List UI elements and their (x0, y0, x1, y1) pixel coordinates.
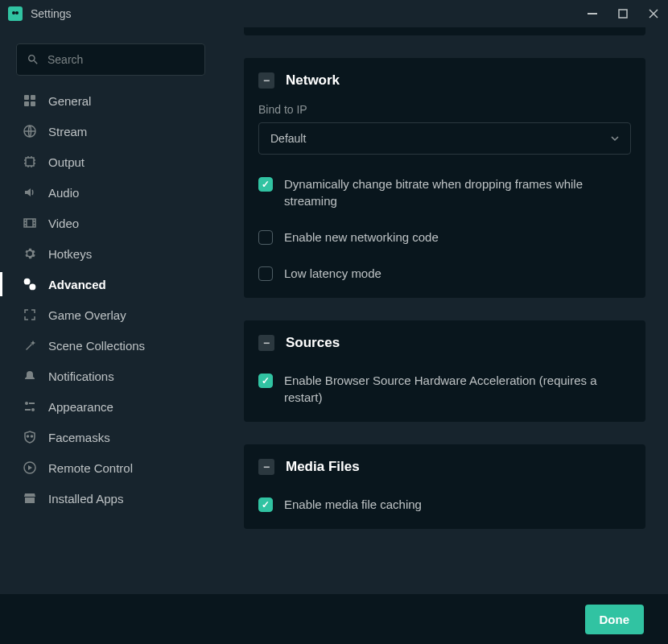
svg-rect-2 (588, 13, 597, 14)
sidebar-item-label: Notifications (48, 369, 114, 383)
low-latency-label: Low latency mode (284, 265, 381, 282)
sidebar-item-audio[interactable]: Audio (0, 177, 221, 208)
sidebar-item-label: Game Overlay (48, 308, 126, 322)
svg-point-0 (12, 11, 15, 14)
new-networking-label: Enable new networking code (284, 229, 439, 246)
sidebar-item-game-overlay[interactable]: Game Overlay (0, 299, 221, 330)
panel-title-network: Network (286, 72, 340, 89)
sidebar-item-label: Installed Apps (48, 492, 123, 506)
svg-point-12 (29, 283, 35, 290)
svg-rect-14 (29, 402, 35, 404)
sidebar-item-scene-collections[interactable]: Scene Collections (0, 330, 221, 361)
sidebar-item-label: Hotkeys (48, 247, 92, 261)
collapse-button[interactable]: − (258, 72, 274, 89)
sidebar-item-label: Output (48, 155, 85, 169)
sidebar-item-installed-apps[interactable]: Installed Apps (0, 483, 221, 514)
sidebar-item-hotkeys[interactable]: Hotkeys (0, 238, 221, 269)
svg-rect-9 (26, 158, 34, 166)
search-icon (27, 53, 39, 66)
dynamic-bitrate-label: Dynamically change bitrate when dropping… (284, 175, 631, 209)
chevron-down-icon (611, 134, 619, 142)
svg-point-18 (31, 436, 33, 437)
sidebar-item-label: Stream (48, 125, 87, 138)
chip-icon (23, 155, 37, 169)
store-icon (23, 491, 37, 506)
panel-title-sources: Sources (286, 335, 340, 351)
collapse-button[interactable]: − (258, 335, 274, 351)
sidebar-item-video[interactable]: Video (0, 208, 221, 238)
done-button[interactable]: Done (585, 605, 645, 634)
sidebar-item-output[interactable]: Output (0, 147, 221, 177)
svg-rect-16 (25, 409, 31, 411)
shield-icon (23, 430, 37, 444)
svg-point-15 (31, 408, 35, 411)
svg-point-1 (15, 11, 19, 14)
svg-rect-6 (24, 101, 29, 106)
network-panel: − Network Bind to IP Default Dynamically… (244, 58, 645, 298)
sidebar-item-label: Remote Control (48, 461, 133, 475)
sidebar-item-label: Video (48, 217, 79, 230)
sidebar-item-general[interactable]: General (0, 85, 221, 116)
sidebar-item-label: Audio (48, 186, 79, 200)
svg-point-17 (27, 436, 29, 437)
sidebar-item-label: Scene Collections (48, 339, 145, 353)
sidebar-item-advanced[interactable]: Advanced (0, 269, 221, 299)
sidebar-item-label: Appearance (48, 400, 113, 414)
hw-accel-checkbox[interactable] (258, 374, 273, 388)
grid-icon (23, 93, 37, 108)
sidebar-item-appearance[interactable]: Appearance (0, 391, 221, 422)
app-icon (8, 6, 23, 21)
search-input-wrap[interactable] (16, 43, 205, 76)
sidebar-item-stream[interactable]: Stream (0, 116, 221, 147)
toggles-icon (23, 399, 37, 414)
gears-icon (23, 277, 37, 291)
main-content: − Network Bind to IP Default Dynamically… (221, 27, 668, 594)
low-latency-checkbox[interactable] (258, 266, 273, 281)
sidebar-item-notifications[interactable]: Notifications (0, 361, 221, 391)
svg-rect-5 (31, 95, 35, 100)
svg-point-11 (24, 279, 31, 285)
bind-ip-select[interactable]: Default (258, 122, 631, 155)
maximize-button[interactable] (616, 7, 629, 20)
sidebar-item-label: Facemasks (48, 431, 110, 444)
close-button[interactable] (647, 7, 660, 20)
new-networking-checkbox[interactable] (258, 230, 273, 245)
dynamic-bitrate-checkbox[interactable] (258, 177, 273, 192)
media-caching-label: Enable media file caching (284, 496, 422, 513)
media-panel: − Media Files Enable media file caching (244, 444, 645, 529)
window-title: Settings (31, 7, 72, 20)
sidebar-item-label: Advanced (48, 278, 106, 291)
sidebar: General Stream Output Audio Video Hotkey… (0, 27, 221, 594)
wand-icon (23, 338, 37, 353)
speaker-icon (23, 185, 37, 200)
panel-title-media: Media Files (286, 459, 360, 475)
hw-accel-label: Enable Browser Source Hardware Accelerat… (284, 372, 631, 406)
sidebar-item-remote-control[interactable]: Remote Control (0, 452, 221, 483)
titlebar: Settings (0, 0, 668, 27)
gear-icon (23, 246, 37, 261)
sources-panel: − Sources Enable Browser Source Hardware… (244, 320, 645, 422)
collapse-button[interactable]: − (258, 459, 274, 475)
sidebar-item-facemasks[interactable]: Facemasks (0, 422, 221, 452)
globe-icon (23, 124, 37, 138)
svg-rect-10 (24, 219, 35, 227)
svg-rect-3 (619, 10, 627, 18)
film-icon (23, 216, 37, 230)
footer: Done (0, 594, 668, 644)
expand-icon (23, 308, 37, 322)
svg-point-13 (25, 402, 28, 405)
bell-icon (23, 369, 37, 383)
bind-ip-value: Default (270, 132, 306, 145)
play-circle-icon (23, 460, 37, 475)
svg-rect-7 (31, 101, 35, 106)
media-caching-checkbox[interactable] (258, 497, 273, 512)
minimize-button[interactable] (586, 7, 599, 20)
svg-rect-4 (24, 95, 29, 100)
search-input[interactable] (47, 53, 195, 66)
sidebar-item-label: General (48, 94, 91, 108)
bind-ip-label: Bind to IP (258, 103, 631, 116)
